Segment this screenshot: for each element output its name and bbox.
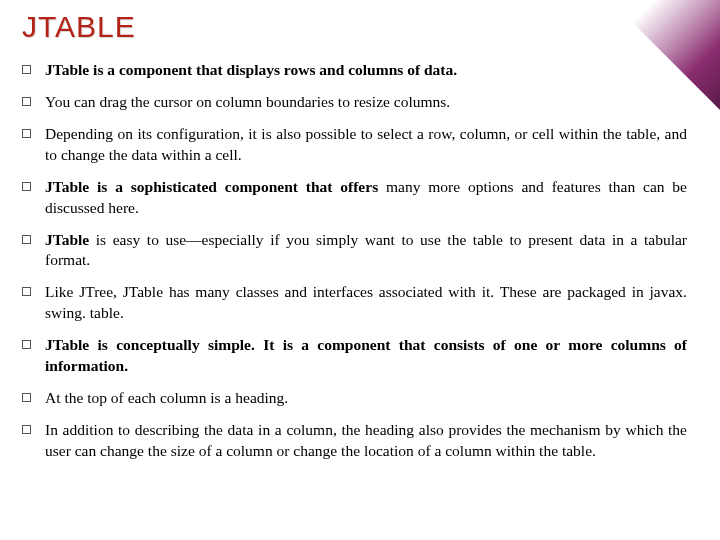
bullet-item: At the top of each column is a heading.	[22, 388, 687, 409]
bullet-item: Depending on its configuration, it is al…	[22, 124, 687, 166]
bullet-box-icon	[22, 182, 31, 191]
bullet-item: JTable is a component that displays rows…	[22, 60, 687, 81]
bullet-box-icon	[22, 129, 31, 138]
bullet-box-icon	[22, 65, 31, 74]
bullet-text: In addition to describing the data in a …	[45, 420, 687, 462]
bullet-box-icon	[22, 97, 31, 106]
bullet-text: JTable is easy to use—especially if you …	[45, 230, 687, 272]
bullet-text: Like JTree, JTable has many classes and …	[45, 282, 687, 324]
slide-title: JTABLE	[22, 10, 687, 44]
bullet-item: In addition to describing the data in a …	[22, 420, 687, 462]
bullet-box-icon	[22, 425, 31, 434]
bullet-text: At the top of each column is a heading.	[45, 388, 687, 409]
bullet-box-icon	[22, 235, 31, 244]
bullet-list: JTable is a component that displays rows…	[22, 60, 687, 462]
bullet-text: JTable is a sophisticated component that…	[45, 177, 687, 219]
bullet-box-icon	[22, 287, 31, 296]
bullet-text: JTable is a component that displays rows…	[45, 60, 687, 81]
bullet-item: JTable is a sophisticated component that…	[22, 177, 687, 219]
bullet-box-icon	[22, 340, 31, 349]
bullet-text: You can drag the cursor on column bounda…	[45, 92, 687, 113]
bullet-box-icon	[22, 393, 31, 402]
slide-content: JTABLE JTable is a component that displa…	[0, 0, 715, 462]
bullet-item: JTable is easy to use—especially if you …	[22, 230, 687, 272]
bullet-item: JTable is conceptually simple. It is a c…	[22, 335, 687, 377]
bullet-item: Like JTree, JTable has many classes and …	[22, 282, 687, 324]
bullet-item: You can drag the cursor on column bounda…	[22, 92, 687, 113]
bullet-text: Depending on its configuration, it is al…	[45, 124, 687, 166]
bullet-text: JTable is conceptually simple. It is a c…	[45, 335, 687, 377]
